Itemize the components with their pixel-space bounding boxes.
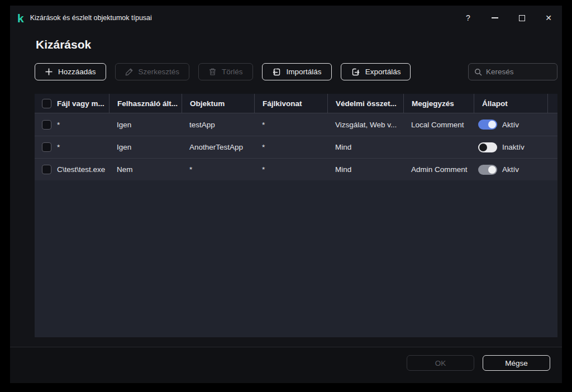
toolbar: Hozzáadás Szerkesztés Törlés Importálás …: [35, 63, 411, 80]
maximize-button[interactable]: [508, 6, 535, 30]
cell-hash: *: [254, 113, 327, 136]
cell-component: Mind: [327, 159, 403, 180]
cell-spacer: [547, 113, 557, 136]
cell-object: AnotherTestApp: [182, 136, 254, 158]
help-button[interactable]: ?: [455, 6, 482, 30]
header-label: Fájl vagy m...: [57, 99, 104, 108]
state-label: Aktív: [502, 165, 519, 174]
cell-user: Nem: [109, 159, 182, 180]
cell-comment: [403, 136, 474, 158]
cell-hash: *: [254, 159, 327, 180]
table-row[interactable]: * Igen testApp * Vizsgálat, Web v... Loc…: [35, 113, 557, 136]
row-checkbox[interactable]: [42, 142, 51, 152]
cell-component: Mind: [327, 136, 403, 158]
state-toggle: [478, 165, 497, 175]
cell-user: Igen: [109, 136, 182, 158]
toggle-knob: [479, 144, 487, 151]
kaspersky-logo-icon: k: [17, 12, 23, 24]
window-title: Kizárások és észlelt objektumok típusai: [30, 14, 152, 22]
cell-hash: *: [254, 136, 327, 158]
import-button[interactable]: Importálás: [262, 63, 332, 80]
cell-file: *: [57, 143, 60, 151]
table-row[interactable]: * Igen AnotherTestApp * Mind Inaktív: [35, 136, 557, 158]
export-button-label: Exportálás: [365, 68, 401, 76]
cell-object: *: [182, 159, 254, 180]
delete-button[interactable]: Törlés: [198, 63, 253, 80]
cell-object: testApp: [182, 113, 254, 136]
export-button[interactable]: Exportálás: [341, 63, 411, 80]
header-component-column: Védelmi összet...: [327, 94, 403, 113]
search-input[interactable]: [486, 68, 551, 76]
maximize-icon: [519, 15, 525, 21]
select-all-checkbox[interactable]: [42, 99, 51, 108]
close-button[interactable]: ✕: [535, 6, 562, 30]
plus-icon: [45, 68, 53, 76]
footer-bar: OK Mégse: [10, 347, 562, 383]
cell-comment: Local Comment: [403, 113, 474, 136]
import-button-label: Importálás: [287, 68, 322, 76]
minimize-icon: [492, 17, 498, 18]
cell-user: Igen: [109, 113, 182, 136]
ok-button[interactable]: OK: [407, 355, 474, 371]
add-button-label: Hozzáadás: [58, 68, 96, 76]
cell-file: *: [57, 121, 60, 129]
import-icon: [272, 68, 282, 77]
edit-button[interactable]: Szerkesztés: [115, 63, 190, 80]
app-window: k Kizárások és észlelt objektumok típusa…: [10, 6, 562, 383]
state-toggle[interactable]: [478, 142, 497, 152]
table-row[interactable]: C\test\test.exe Nem * * Mind Admin Comme…: [35, 158, 557, 180]
exclusions-table: Fájl vagy m... Felhasználó ált... Objekt…: [35, 94, 557, 337]
window-controls: ? ✕: [455, 6, 562, 30]
toggle-knob: [488, 166, 496, 174]
header-state-column: Állapot: [474, 94, 547, 113]
table-empty-area: [35, 180, 557, 337]
toggle-knob: [488, 121, 496, 128]
state-label: Aktív: [502, 121, 519, 129]
cell-component: Vizsgálat, Web v...: [327, 113, 403, 136]
search-icon: [474, 68, 482, 76]
header-file-column: Fájl vagy m...: [35, 94, 109, 113]
row-checkbox[interactable]: [42, 165, 51, 174]
cancel-button[interactable]: Mégse: [483, 355, 550, 371]
trash-icon: [208, 68, 217, 76]
search-box: [468, 63, 557, 80]
header-hash-column: Fájlkivonat: [254, 94, 327, 113]
page-title: Kizárások: [36, 38, 91, 51]
cell-spacer: [547, 159, 557, 180]
edit-button-label: Szerkesztés: [139, 68, 180, 76]
state-toggle[interactable]: [478, 119, 497, 130]
delete-button-label: Törlés: [222, 68, 243, 76]
header-comment-column: Megjegyzés: [403, 94, 474, 113]
minimize-button[interactable]: [482, 6, 508, 30]
title-bar: k Kizárások és észlelt objektumok típusa…: [10, 6, 562, 30]
header-spacer-column: [547, 94, 557, 113]
header-object-column: Objektum: [182, 94, 254, 113]
cell-spacer: [547, 136, 557, 158]
cell-comment: Admin Comment: [403, 159, 474, 180]
cell-file: C\test\test.exe: [57, 165, 105, 174]
export-icon: [351, 68, 360, 77]
pencil-icon: [125, 68, 134, 76]
row-checkbox[interactable]: [42, 120, 51, 130]
add-button[interactable]: Hozzáadás: [35, 63, 106, 80]
state-label: Inaktív: [502, 143, 525, 151]
table-header-row: Fájl vagy m... Felhasználó ált... Objekt…: [35, 94, 557, 113]
header-user-column: Felhasználó ált...: [109, 94, 182, 113]
